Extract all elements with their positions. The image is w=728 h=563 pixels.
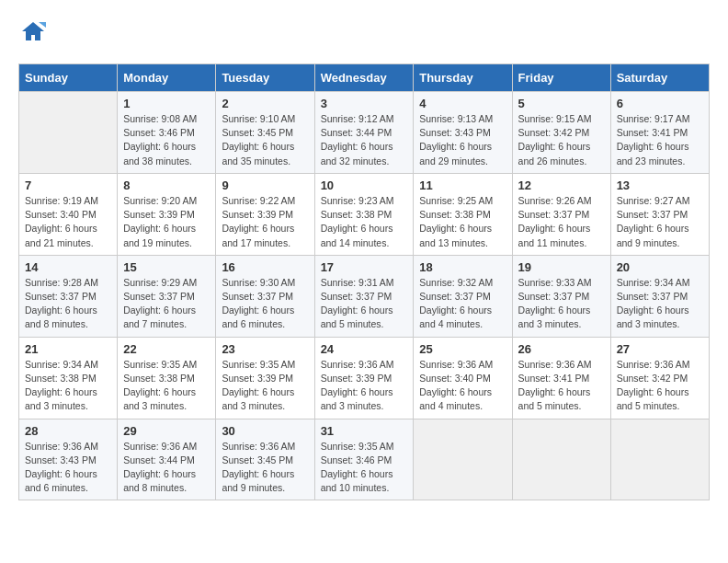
calendar-cell: 7 Sunrise: 9:19 AMSunset: 3:40 PMDayligh… bbox=[19, 173, 118, 255]
weekday-header-friday: Friday bbox=[512, 64, 610, 92]
day-number: 17 bbox=[321, 260, 408, 274]
weekday-header-row: SundayMondayTuesdayWednesdayThursdayFrid… bbox=[19, 64, 710, 92]
svg-marker-0 bbox=[22, 22, 44, 40]
day-number: 13 bbox=[617, 178, 703, 192]
day-number: 16 bbox=[222, 260, 308, 274]
day-info: Sunrise: 9:36 AMSunset: 3:45 PMDaylight:… bbox=[222, 440, 308, 496]
day-number: 26 bbox=[518, 342, 605, 356]
calendar-cell: 4 Sunrise: 9:13 AMSunset: 3:43 PMDayligh… bbox=[414, 92, 512, 174]
day-info: Sunrise: 9:36 AMSunset: 3:39 PMDaylight:… bbox=[321, 358, 408, 414]
day-number: 14 bbox=[25, 260, 111, 274]
day-number: 10 bbox=[321, 178, 408, 192]
day-info: Sunrise: 9:22 AMSunset: 3:39 PMDaylight:… bbox=[222, 194, 308, 250]
calendar-cell: 21 Sunrise: 9:34 AMSunset: 3:38 PMDaylig… bbox=[19, 337, 118, 419]
calendar-cell: 15 Sunrise: 9:29 AMSunset: 3:37 PMDaylig… bbox=[118, 255, 216, 337]
calendar-week-row: 7 Sunrise: 9:19 AMSunset: 3:40 PMDayligh… bbox=[19, 173, 710, 255]
day-number: 9 bbox=[222, 178, 308, 192]
day-info: Sunrise: 9:17 AMSunset: 3:41 PMDaylight:… bbox=[617, 112, 703, 168]
day-number: 15 bbox=[123, 260, 210, 274]
calendar-cell: 31 Sunrise: 9:35 AMSunset: 3:46 PMDaylig… bbox=[314, 419, 414, 500]
day-info: Sunrise: 9:10 AMSunset: 3:45 PMDaylight:… bbox=[222, 112, 308, 168]
day-info: Sunrise: 9:36 AMSunset: 3:42 PMDaylight:… bbox=[617, 358, 703, 414]
calendar-cell: 27 Sunrise: 9:36 AMSunset: 3:42 PMDaylig… bbox=[610, 337, 709, 419]
day-number: 12 bbox=[518, 178, 605, 192]
day-number: 20 bbox=[617, 260, 703, 274]
calendar-cell: 19 Sunrise: 9:33 AMSunset: 3:37 PMDaylig… bbox=[512, 255, 610, 337]
weekday-header-wednesday: Wednesday bbox=[314, 64, 414, 92]
calendar-week-row: 1 Sunrise: 9:08 AMSunset: 3:46 PMDayligh… bbox=[19, 92, 710, 174]
day-info: Sunrise: 9:35 AMSunset: 3:39 PMDaylight:… bbox=[222, 358, 308, 414]
weekday-header-sunday: Sunday bbox=[19, 64, 118, 92]
day-number: 8 bbox=[123, 178, 210, 192]
calendar-cell: 30 Sunrise: 9:36 AMSunset: 3:45 PMDaylig… bbox=[216, 419, 314, 500]
calendar-week-row: 14 Sunrise: 9:28 AMSunset: 3:37 PMDaylig… bbox=[19, 255, 710, 337]
day-info: Sunrise: 9:36 AMSunset: 3:44 PMDaylight:… bbox=[123, 440, 210, 496]
logo bbox=[18, 18, 46, 49]
day-number: 21 bbox=[25, 342, 111, 356]
day-info: Sunrise: 9:08 AMSunset: 3:46 PMDaylight:… bbox=[123, 112, 210, 168]
day-number: 28 bbox=[25, 424, 111, 438]
day-info: Sunrise: 9:33 AMSunset: 3:37 PMDaylight:… bbox=[518, 276, 605, 332]
day-number: 3 bbox=[321, 97, 408, 110]
day-info: Sunrise: 9:34 AMSunset: 3:37 PMDaylight:… bbox=[617, 276, 703, 332]
day-info: Sunrise: 9:30 AMSunset: 3:37 PMDaylight:… bbox=[222, 276, 308, 332]
calendar-cell bbox=[512, 419, 610, 500]
weekday-header-thursday: Thursday bbox=[414, 64, 512, 92]
day-info: Sunrise: 9:28 AMSunset: 3:37 PMDaylight:… bbox=[25, 276, 111, 332]
weekday-header-monday: Monday bbox=[118, 64, 216, 92]
day-number: 24 bbox=[321, 342, 408, 356]
logo-icon bbox=[20, 18, 46, 44]
weekday-header-tuesday: Tuesday bbox=[216, 64, 314, 92]
calendar-cell: 23 Sunrise: 9:35 AMSunset: 3:39 PMDaylig… bbox=[216, 337, 314, 419]
day-number: 4 bbox=[419, 97, 506, 110]
calendar-cell: 11 Sunrise: 9:25 AMSunset: 3:38 PMDaylig… bbox=[414, 173, 512, 255]
day-number: 29 bbox=[123, 424, 210, 438]
day-number: 31 bbox=[321, 424, 408, 438]
calendar-cell: 24 Sunrise: 9:36 AMSunset: 3:39 PMDaylig… bbox=[314, 337, 414, 419]
day-info: Sunrise: 9:13 AMSunset: 3:43 PMDaylight:… bbox=[419, 112, 506, 168]
day-info: Sunrise: 9:35 AMSunset: 3:46 PMDaylight:… bbox=[321, 440, 408, 496]
calendar-cell: 14 Sunrise: 9:28 AMSunset: 3:37 PMDaylig… bbox=[19, 255, 118, 337]
calendar-cell: 17 Sunrise: 9:31 AMSunset: 3:37 PMDaylig… bbox=[314, 255, 414, 337]
calendar-cell: 12 Sunrise: 9:26 AMSunset: 3:37 PMDaylig… bbox=[512, 173, 610, 255]
weekday-header-saturday: Saturday bbox=[610, 64, 709, 92]
day-number: 25 bbox=[419, 342, 506, 356]
day-info: Sunrise: 9:29 AMSunset: 3:37 PMDaylight:… bbox=[123, 276, 210, 332]
calendar-cell: 13 Sunrise: 9:27 AMSunset: 3:37 PMDaylig… bbox=[610, 173, 709, 255]
day-number: 2 bbox=[222, 97, 308, 110]
day-info: Sunrise: 9:27 AMSunset: 3:37 PMDaylight:… bbox=[617, 194, 703, 250]
day-number: 6 bbox=[617, 97, 703, 110]
calendar-cell: 2 Sunrise: 9:10 AMSunset: 3:45 PMDayligh… bbox=[216, 92, 314, 174]
day-number: 19 bbox=[518, 260, 605, 274]
day-number: 18 bbox=[419, 260, 506, 274]
day-info: Sunrise: 9:12 AMSunset: 3:44 PMDaylight:… bbox=[321, 112, 408, 168]
calendar-cell: 18 Sunrise: 9:32 AMSunset: 3:37 PMDaylig… bbox=[414, 255, 512, 337]
day-info: Sunrise: 9:20 AMSunset: 3:39 PMDaylight:… bbox=[123, 194, 210, 250]
calendar-cell bbox=[414, 419, 512, 500]
day-number: 30 bbox=[222, 424, 308, 438]
day-info: Sunrise: 9:19 AMSunset: 3:40 PMDaylight:… bbox=[25, 194, 111, 250]
day-info: Sunrise: 9:25 AMSunset: 3:38 PMDaylight:… bbox=[419, 194, 506, 250]
svg-marker-1 bbox=[39, 22, 46, 28]
calendar-cell: 3 Sunrise: 9:12 AMSunset: 3:44 PMDayligh… bbox=[314, 92, 414, 174]
calendar-cell: 9 Sunrise: 9:22 AMSunset: 3:39 PMDayligh… bbox=[216, 173, 314, 255]
calendar-cell: 16 Sunrise: 9:30 AMSunset: 3:37 PMDaylig… bbox=[216, 255, 314, 337]
day-info: Sunrise: 9:23 AMSunset: 3:38 PMDaylight:… bbox=[321, 194, 408, 250]
calendar-cell: 25 Sunrise: 9:36 AMSunset: 3:40 PMDaylig… bbox=[414, 337, 512, 419]
calendar-cell: 20 Sunrise: 9:34 AMSunset: 3:37 PMDaylig… bbox=[610, 255, 709, 337]
day-info: Sunrise: 9:31 AMSunset: 3:37 PMDaylight:… bbox=[321, 276, 408, 332]
day-info: Sunrise: 9:35 AMSunset: 3:38 PMDaylight:… bbox=[123, 358, 210, 414]
day-number: 5 bbox=[518, 97, 605, 110]
day-info: Sunrise: 9:32 AMSunset: 3:37 PMDaylight:… bbox=[419, 276, 506, 332]
day-info: Sunrise: 9:34 AMSunset: 3:38 PMDaylight:… bbox=[25, 358, 111, 414]
calendar-cell: 29 Sunrise: 9:36 AMSunset: 3:44 PMDaylig… bbox=[118, 419, 216, 500]
calendar-cell: 6 Sunrise: 9:17 AMSunset: 3:41 PMDayligh… bbox=[610, 92, 709, 174]
calendar-cell: 10 Sunrise: 9:23 AMSunset: 3:38 PMDaylig… bbox=[314, 173, 414, 255]
day-number: 27 bbox=[617, 342, 703, 356]
calendar-cell: 1 Sunrise: 9:08 AMSunset: 3:46 PMDayligh… bbox=[118, 92, 216, 174]
calendar-week-row: 28 Sunrise: 9:36 AMSunset: 3:43 PMDaylig… bbox=[19, 419, 710, 500]
calendar-cell bbox=[19, 92, 118, 174]
calendar-cell: 22 Sunrise: 9:35 AMSunset: 3:38 PMDaylig… bbox=[118, 337, 216, 419]
calendar-cell bbox=[610, 419, 709, 500]
calendar-cell: 28 Sunrise: 9:36 AMSunset: 3:43 PMDaylig… bbox=[19, 419, 118, 500]
